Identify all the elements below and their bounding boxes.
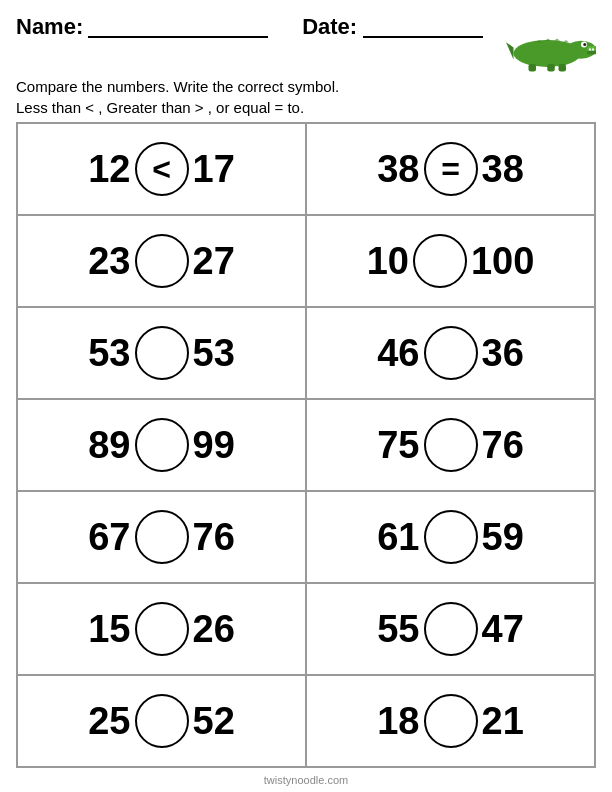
page: Name: Date: (0, 0, 612, 792)
svg-point-5 (583, 43, 586, 46)
cell-r0-c1: 38=38 (306, 123, 595, 215)
svg-rect-11 (559, 64, 567, 72)
date-label: Date: (302, 14, 483, 39)
left-number: 75 (377, 424, 419, 467)
cell-r3-c0: 8999 (17, 399, 306, 491)
left-number: 38 (377, 148, 419, 191)
left-number: 67 (88, 516, 130, 559)
symbol-circle[interactable] (135, 510, 189, 564)
cell-r1-c0: 2327 (17, 215, 306, 307)
cell-r3-c1: 7576 (306, 399, 595, 491)
instruction-line1: Compare the numbers. Write the correct s… (16, 76, 596, 97)
right-number: 59 (482, 516, 524, 559)
right-number: 47 (482, 608, 524, 651)
cell-r5-c1: 5547 (306, 583, 595, 675)
right-number: 27 (193, 240, 235, 283)
alligator-icon (506, 14, 596, 74)
cell-r0-c0: 12<17 (17, 123, 306, 215)
symbol-circle[interactable] (424, 602, 478, 656)
symbol-circle[interactable] (135, 234, 189, 288)
right-number: 36 (482, 332, 524, 375)
left-number: 61 (377, 516, 419, 559)
left-number: 89 (88, 424, 130, 467)
svg-rect-10 (547, 64, 555, 72)
cell-r2-c0: 5353 (17, 307, 306, 399)
cell-r2-c1: 4636 (306, 307, 595, 399)
symbol-circle[interactable] (135, 602, 189, 656)
symbol-circle[interactable]: < (135, 142, 189, 196)
header-row: Name: Date: (16, 14, 596, 74)
right-number: 53 (193, 332, 235, 375)
right-number: 100 (471, 240, 534, 283)
symbol-circle[interactable] (424, 694, 478, 748)
cell-r6-c1: 1821 (306, 675, 595, 767)
left-number: 46 (377, 332, 419, 375)
symbol-circle[interactable] (413, 234, 467, 288)
right-number: 17 (193, 148, 235, 191)
right-number: 26 (193, 608, 235, 651)
right-number: 99 (193, 424, 235, 467)
right-number: 52 (193, 700, 235, 743)
right-number: 21 (482, 700, 524, 743)
symbol-circle[interactable] (135, 418, 189, 472)
left-number: 15 (88, 608, 130, 651)
cell-r4-c1: 6159 (306, 491, 595, 583)
name-label: Name: (16, 14, 83, 39)
left-number: 18 (377, 700, 419, 743)
right-number: 76 (482, 424, 524, 467)
symbol-circle[interactable] (135, 326, 189, 380)
left-number: 10 (367, 240, 409, 283)
left-number: 12 (88, 148, 130, 191)
instructions: Compare the numbers. Write the correct s… (16, 76, 596, 118)
cell-r6-c0: 2552 (17, 675, 306, 767)
svg-marker-15 (563, 40, 569, 42)
svg-marker-13 (545, 38, 551, 40)
footer-text: twistynoodle.com (16, 774, 596, 786)
left-number: 23 (88, 240, 130, 283)
symbol-circle[interactable] (424, 326, 478, 380)
instruction-line2: Less than < , Greater than > , or equal … (16, 97, 596, 118)
right-number: 76 (193, 516, 235, 559)
svg-rect-3 (587, 50, 596, 54)
left-number: 55 (377, 608, 419, 651)
svg-marker-8 (506, 42, 514, 59)
comparison-grid: 12<1738=38232710100535346368999757667766… (16, 122, 596, 768)
symbol-circle[interactable] (135, 694, 189, 748)
svg-marker-14 (554, 38, 560, 40)
name-date-section: Name: Date: (16, 14, 483, 40)
left-number: 25 (88, 700, 130, 743)
symbol-circle[interactable] (424, 510, 478, 564)
symbol-circle[interactable] (424, 418, 478, 472)
date-underline (363, 36, 483, 38)
svg-rect-9 (529, 64, 537, 72)
cell-r5-c0: 1526 (17, 583, 306, 675)
symbol-circle[interactable]: = (424, 142, 478, 196)
cell-r1-c1: 10100 (306, 215, 595, 307)
left-number: 53 (88, 332, 130, 375)
name-underline (88, 36, 268, 38)
right-number: 38 (482, 148, 524, 191)
cell-r4-c0: 6776 (17, 491, 306, 583)
